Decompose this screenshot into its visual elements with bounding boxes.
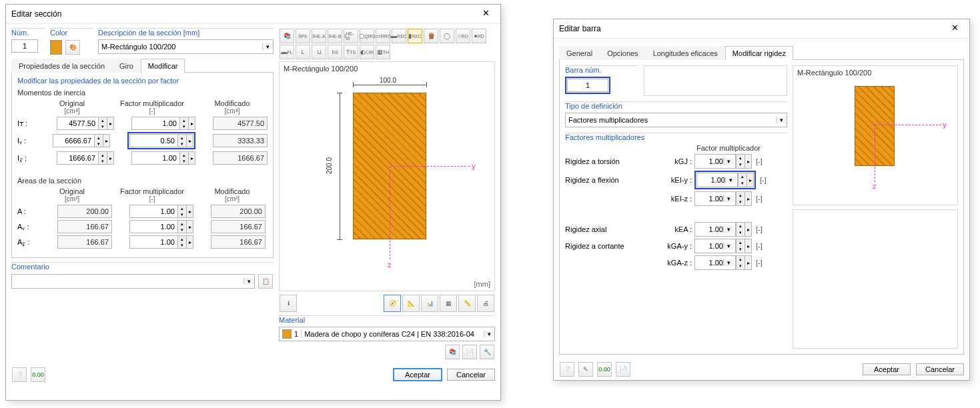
cir-icon[interactable]: ◐CIR xyxy=(360,45,374,59)
spinner-slider-icon[interactable]: ▸ xyxy=(103,134,110,147)
pipe-icon[interactable]: ◯ xyxy=(440,29,454,43)
close-icon[interactable]: ✕ xyxy=(476,7,495,21)
spinner-slider-icon[interactable]: ▸ xyxy=(187,134,193,147)
stiffness-factor-input[interactable]: 1.00▾ ▴▾ ▸ xyxy=(694,255,752,270)
view-grid-button[interactable]: ▦ xyxy=(440,295,457,312)
spinner-buttons[interactable]: ▴▾ xyxy=(94,134,103,147)
comment-library-button[interactable]: 📋 xyxy=(258,274,273,289)
heb-icon[interactable]: IHE-B xyxy=(328,29,342,43)
inertia-factor[interactable]: ▴▾ ▸ xyxy=(131,117,195,130)
material-library-button[interactable]: 📚 xyxy=(445,345,460,359)
tab-modify-stiffness[interactable]: Modificar rigidez xyxy=(725,46,793,60)
view-dim-button[interactable]: 📏 xyxy=(458,295,476,312)
print-preview-button[interactable]: 🖨 xyxy=(477,295,494,312)
ro-icon[interactable]: ○RO xyxy=(456,29,470,43)
qro-icon[interactable]: ▢QRO xyxy=(360,29,374,43)
stiffness-factor-input[interactable]: 1.00▾ ▴▾ ▸ xyxy=(694,154,752,169)
report-icon[interactable]: 📄 xyxy=(616,362,630,377)
rd-icon[interactable]: ●RD xyxy=(472,29,486,43)
color-swatch[interactable] xyxy=(50,40,62,55)
section-number-input[interactable] xyxy=(11,39,38,53)
is-icon[interactable]: IIS xyxy=(328,45,342,59)
section-description-input[interactable] xyxy=(99,41,262,53)
spinner-buttons[interactable]: ▴▾ xyxy=(177,220,187,233)
stiffness-factor-input[interactable]: 1.00▾ ▴▾ ▸ xyxy=(696,173,754,187)
spinner-slider-icon[interactable]: ▸ xyxy=(189,151,195,165)
timber-icon[interactable]: 🪵 xyxy=(424,29,438,43)
chevron-down-icon[interactable]: ▾ xyxy=(723,226,734,233)
stiffness-factor-input[interactable]: 1.00▾ ▴▾ ▸ xyxy=(694,239,752,253)
stiffness-factor-input[interactable]: 1.00▾ ▴▾ ▸ xyxy=(694,222,752,237)
tab-properties[interactable]: Propiedades de la sección xyxy=(11,59,112,73)
info-icon[interactable]: ℹ xyxy=(280,295,297,312)
chevron-down-icon[interactable]: ▾ xyxy=(243,278,254,285)
cancel-button[interactable]: Cancelar xyxy=(447,369,495,381)
stiffness-factor-input[interactable]: 1.00▾ ▴▾ ▸ xyxy=(694,191,752,206)
tab-general[interactable]: General xyxy=(559,46,600,60)
spinner-slider-icon[interactable]: ▸ xyxy=(107,117,114,130)
area-factor[interactable]: ▴▾ ▸ xyxy=(129,235,193,249)
chevron-down-icon[interactable]: ▾ xyxy=(484,331,494,337)
chevron-down-icon[interactable]: ▾ xyxy=(725,177,736,183)
inertia-factor[interactable]: ▴▾ ▸ xyxy=(131,151,195,165)
chevron-down-icon[interactable]: ▾ xyxy=(262,43,273,50)
material-edit-button[interactable]: 🔧 xyxy=(480,345,494,359)
spinner-slider-icon[interactable]: ▸ xyxy=(189,117,195,130)
spinner-buttons[interactable]: ▴▾ xyxy=(179,151,189,165)
inertia-original[interactable]: ▴▾ ▸ xyxy=(57,151,114,165)
comment-input[interactable] xyxy=(12,275,243,287)
spinner-slider-icon[interactable]: ▸ xyxy=(187,220,193,233)
library-icon[interactable]: 📚 xyxy=(280,29,294,43)
ts-icon[interactable]: TTS xyxy=(344,45,358,59)
spinner-buttons[interactable]: ▴▾ xyxy=(177,134,187,147)
accept-button[interactable]: Aceptar xyxy=(394,369,442,381)
help-icon[interactable]: ❔ xyxy=(12,367,27,382)
tab-modify[interactable]: Modificar xyxy=(141,59,185,73)
inertia-factor[interactable]: ▴▾ ▸ xyxy=(129,134,193,147)
spinner-buttons[interactable]: ▴▾ xyxy=(98,117,107,130)
close-icon[interactable]: ✕ xyxy=(945,22,964,35)
material-new-button[interactable]: 📄 xyxy=(462,345,477,359)
inertia-original[interactable]: ▴▾ ▸ xyxy=(53,134,110,147)
color-picker-button[interactable]: 🎨 xyxy=(65,40,80,55)
help-icon[interactable]: ❔ xyxy=(560,362,574,377)
tab-rotation[interactable]: Giro xyxy=(112,59,141,73)
spinner-buttons[interactable]: ▴▾ xyxy=(179,117,189,130)
spinner-slider-icon[interactable]: ▸ xyxy=(187,235,193,249)
units-button[interactable]: 0.00 xyxy=(31,367,45,382)
fl-icon[interactable]: ▬FL xyxy=(280,45,294,59)
spinner-buttons[interactable]: ▴▾ xyxy=(177,205,187,218)
area-factor[interactable]: ▴▾ ▸ xyxy=(129,220,193,233)
spinner-buttons[interactable]: ▴▾ xyxy=(177,235,187,249)
hea-icon[interactable]: IHE-A xyxy=(312,29,326,43)
ipe-icon[interactable]: IIPE xyxy=(296,29,310,43)
cancel-button[interactable]: Cancelar xyxy=(916,363,964,375)
rec2-icon[interactable]: ▮REC xyxy=(408,29,422,43)
accept-button[interactable]: Aceptar xyxy=(863,363,911,375)
chevron-down-icon[interactable]: ▾ xyxy=(723,195,734,202)
bar-number-input[interactable] xyxy=(567,79,608,92)
inertia-original[interactable]: ▴▾ ▸ xyxy=(57,117,114,130)
chevron-down-icon[interactable]: ▾ xyxy=(776,117,787,123)
spinner-slider-icon[interactable]: ▸ xyxy=(187,205,193,218)
spinner-buttons[interactable]: ▴▾ xyxy=(98,151,107,165)
spinner-slider-icon[interactable]: ▸ xyxy=(107,151,114,165)
view-axis-button[interactable]: 🧭 xyxy=(384,295,401,312)
rro-icon[interactable]: ▭RRO xyxy=(376,29,390,43)
units-button[interactable]: 0.00 xyxy=(597,362,612,377)
tab-effective-lengths[interactable]: Longitudes eficaces xyxy=(646,46,725,60)
view-values-button[interactable]: 📐 xyxy=(402,295,420,312)
edit-icon[interactable]: ✎ xyxy=(578,362,593,377)
u-icon[interactable]: ⊔ xyxy=(312,45,326,59)
area-factor[interactable]: ▴▾ ▸ xyxy=(129,205,193,218)
l-icon[interactable]: L xyxy=(296,45,310,59)
hem-icon[interactable]: IHE-M xyxy=(344,29,358,43)
chevron-down-icon[interactable]: ▾ xyxy=(723,158,734,165)
chevron-down-icon[interactable]: ▾ xyxy=(723,243,734,249)
chevron-down-icon[interactable]: ▾ xyxy=(723,259,734,266)
th-icon[interactable]: ▦TH xyxy=(376,45,390,59)
rec-icon[interactable]: ▬REC xyxy=(392,29,406,43)
definition-type-select[interactable]: Factores multiplicadores xyxy=(566,116,776,124)
view-stress-button[interactable]: 📊 xyxy=(421,295,438,312)
tab-options[interactable]: Opciones xyxy=(600,46,645,60)
